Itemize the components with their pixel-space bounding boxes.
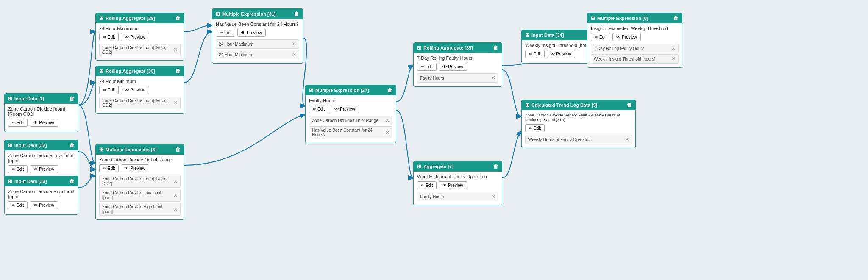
multi27-icon: ⊞ bbox=[309, 87, 313, 93]
node-multi27-input1: Zone Carbon Dioxide Out of Range ✕ bbox=[309, 116, 392, 125]
node-multi3-input2-remove[interactable]: ✕ bbox=[173, 192, 178, 198]
node-rolling30-input-remove[interactable]: ✕ bbox=[173, 100, 178, 106]
node-rolling29-delete[interactable]: 🗑 bbox=[175, 15, 181, 21]
node-input1: ⊞ Input Data [1] 🗑 Zone Carbon Dioxide [… bbox=[4, 93, 78, 132]
node-rolling35-input-remove[interactable]: ✕ bbox=[491, 75, 495, 81]
node-input33-delete[interactable]: 🗑 bbox=[70, 178, 75, 184]
node-multi3-input1-remove[interactable]: ✕ bbox=[173, 178, 178, 184]
node-calc9-edit[interactable]: ✏ Edit bbox=[525, 124, 545, 132]
node-input33: ⊞ Input Data [33] 🗑 Zone Carbon Dioxide … bbox=[4, 176, 78, 215]
node-input1-buttons: ✏ Edit 👁 Preview bbox=[8, 119, 75, 127]
node-input32-label: Zone Carbon Dioxide Low Limit [ppm] bbox=[8, 153, 75, 163]
node-multi8-edit[interactable]: ✏ Edit bbox=[591, 33, 610, 41]
node-calc9-body: Zone Carbon Dioxide Sensor Fault - Weekl… bbox=[522, 110, 635, 148]
node-calc9-title: Calculated Trend Log Data [9] bbox=[531, 103, 597, 108]
node-multi3-sublabel: Zone Carbon Dioxide Out of Range bbox=[99, 157, 181, 162]
node-multi3-delete[interactable]: 🗑 bbox=[175, 147, 181, 152]
node-rolling29-input-remove[interactable]: ✕ bbox=[173, 47, 178, 53]
node-input34-edit[interactable]: ✏ Edit bbox=[525, 50, 545, 58]
node-input32-title: Input Data [32] bbox=[14, 143, 47, 148]
node-multi27-delete[interactable]: 🗑 bbox=[387, 87, 392, 93]
node-multi31-header: ⊞ Multiple Expression [31] 🗑 bbox=[212, 9, 303, 19]
node-multi8-sublabel: Insight - Exceeded Weekly Threshold bbox=[591, 26, 679, 31]
node-calc9-delete[interactable]: 🗑 bbox=[627, 102, 632, 108]
node-aggregate7-input-remove[interactable]: ✕ bbox=[491, 194, 495, 200]
node-input1-title: Input Data [1] bbox=[14, 96, 44, 101]
node-calc9-input: Weekly Hours of Faulty Operation ✕ bbox=[525, 135, 632, 144]
node-rolling30-title: Rolling Aggregate [30] bbox=[106, 69, 155, 74]
node-multi3-header: ⊞ Multiple Expression [3] 🗑 bbox=[96, 144, 184, 155]
node-multi27-header: ⊞ Multiple Expression [27] 🗑 bbox=[306, 85, 396, 95]
node-input34-preview[interactable]: 👁 Preview bbox=[547, 50, 575, 58]
node-rolling29-input: Zone Carbon Dioxide [ppm] [Room CO2] ✕ bbox=[99, 44, 181, 56]
node-aggregate7-preview[interactable]: 👁 Preview bbox=[439, 181, 467, 189]
node-input33-preview[interactable]: 👁 Preview bbox=[30, 201, 58, 209]
node-multi3-preview[interactable]: 👁 Preview bbox=[121, 164, 149, 172]
node-aggregate7-edit[interactable]: ✏ Edit bbox=[417, 181, 437, 189]
node-multi27-body: Faulty Hours ✏ Edit 👁 Preview Zone Carbo… bbox=[306, 95, 396, 143]
multi3-icon: ⊞ bbox=[99, 147, 103, 152]
node-input32-edit[interactable]: ✏ Edit bbox=[8, 165, 28, 173]
node-input34-title: Input Data [34] bbox=[531, 33, 564, 38]
node-rolling29-sublabel: 24 Hour Maximum bbox=[99, 26, 181, 31]
node-rolling30-sublabel: 24 Hour Minimum bbox=[99, 79, 181, 84]
node-aggregate7-body: Weekly Hours of Faulty Operation ✏ Edit … bbox=[414, 172, 502, 205]
multi31-icon: ⊞ bbox=[216, 11, 220, 17]
node-multi8: ⊞ Multiple Expression [8] 🗑 Insight - Ex… bbox=[587, 13, 682, 68]
node-input1-body: Zone Carbon Dioxide [ppm] [Room CO2] ✏ E… bbox=[5, 104, 78, 132]
node-calc9-input-remove[interactable]: ✕ bbox=[625, 136, 629, 142]
node-multi31-edit[interactable]: ✏ Edit bbox=[216, 29, 235, 37]
node-multi3-body: Zone Carbon Dioxide Out of Range ✏ Edit … bbox=[96, 155, 184, 219]
node-multi3-input3-remove[interactable]: ✕ bbox=[173, 206, 178, 212]
node-multi8-header: ⊞ Multiple Expression [8] 🗑 bbox=[587, 13, 682, 23]
node-input1-label: Zone Carbon Dioxide [ppm] [Room CO2] bbox=[8, 106, 75, 116]
node-multi31-title: Multiple Expression [31] bbox=[222, 11, 276, 17]
node-multi27-preview[interactable]: 👁 Preview bbox=[331, 105, 359, 113]
node-input33-edit[interactable]: ✏ Edit bbox=[8, 201, 28, 209]
node-calc9-header: ⊞ Calculated Trend Log Data [9] 🗑 bbox=[522, 100, 635, 110]
node-rolling35-edit[interactable]: ✏ Edit bbox=[417, 63, 437, 71]
node-multi3-input1: Zone Carbon Dioxide [ppm] [Room CO2] ✕ bbox=[99, 175, 181, 188]
node-multi8-input2-remove[interactable]: ✕ bbox=[671, 56, 676, 62]
node-calc9: ⊞ Calculated Trend Log Data [9] 🗑 Zone C… bbox=[521, 100, 636, 148]
node-input32-body: Zone Carbon Dioxide Low Limit [ppm] ✏ Ed… bbox=[5, 150, 78, 178]
node-input1-edit[interactable]: ✏ Edit bbox=[8, 119, 28, 127]
node-multi27-edit[interactable]: ✏ Edit bbox=[309, 105, 328, 113]
node-multi27-input1-remove[interactable]: ✕ bbox=[385, 117, 389, 123]
node-rolling30-edit[interactable]: ✏ Edit bbox=[99, 86, 119, 94]
node-rolling30-header: ⊞ Rolling Aggregate [30] 🗑 bbox=[96, 66, 184, 76]
node-aggregate7-title: Aggregate [7] bbox=[423, 164, 453, 169]
node-rolling29-edit[interactable]: ✏ Edit bbox=[99, 33, 119, 41]
node-multi31-preview[interactable]: 👁 Preview bbox=[237, 29, 266, 37]
node-multi31-input2-remove[interactable]: ✕ bbox=[292, 52, 296, 58]
node-input32-delete[interactable]: 🗑 bbox=[70, 142, 75, 148]
node-input1-delete[interactable]: 🗑 bbox=[70, 96, 75, 102]
node-rolling30-input: Zone Carbon Dioxide [ppm] [Room CO2] ✕ bbox=[99, 97, 181, 109]
node-multi27-input2-remove[interactable]: ✕ bbox=[385, 130, 389, 136]
node-rolling35-delete[interactable]: 🗑 bbox=[493, 45, 498, 51]
node-multi31-input1-remove[interactable]: ✕ bbox=[292, 41, 296, 47]
node-multi27-sublabel: Faulty Hours bbox=[309, 98, 392, 103]
node-rolling30: ⊞ Rolling Aggregate [30] 🗑 24 Hour Minim… bbox=[95, 66, 184, 114]
node-multi8-input1: 7 Day Rolling Faulty Hours ✕ bbox=[591, 44, 679, 53]
node-multi31-input2: 24 Hour Minimum ✕ bbox=[216, 50, 299, 59]
node-multi31-delete[interactable]: 🗑 bbox=[294, 11, 299, 17]
node-rolling35: ⊞ Rolling Aggregate [35] 🗑 7 Day Rolling… bbox=[413, 42, 502, 87]
node-multi8-input1-remove[interactable]: ✕ bbox=[671, 45, 676, 51]
node-aggregate7-header: ⊞ Aggregate [7] 🗑 bbox=[414, 161, 502, 172]
node-input33-buttons: ✏ Edit 👁 Preview bbox=[8, 201, 75, 209]
node-multi31-body: Has Value Been Constant for 24 Hours? ✏ … bbox=[212, 19, 303, 63]
input34-icon: ⊞ bbox=[525, 32, 529, 38]
node-rolling30-delete[interactable]: 🗑 bbox=[175, 68, 181, 74]
node-multi8-title: Multiple Expression [8] bbox=[597, 16, 648, 21]
node-rolling29-preview[interactable]: 👁 Preview bbox=[121, 33, 149, 41]
node-multi8-delete[interactable]: 🗑 bbox=[673, 15, 679, 21]
node-rolling30-preview[interactable]: 👁 Preview bbox=[121, 86, 149, 94]
node-rolling35-preview[interactable]: 👁 Preview bbox=[439, 63, 467, 71]
rolling29-icon: ⊞ bbox=[99, 15, 103, 21]
node-input1-preview[interactable]: 👁 Preview bbox=[30, 119, 58, 127]
node-multi8-preview[interactable]: 👁 Preview bbox=[612, 33, 641, 41]
node-aggregate7-delete[interactable]: 🗑 bbox=[493, 164, 498, 169]
node-multi3-edit[interactable]: ✏ Edit bbox=[99, 164, 119, 172]
node-input32-preview[interactable]: 👁 Preview bbox=[30, 165, 58, 173]
